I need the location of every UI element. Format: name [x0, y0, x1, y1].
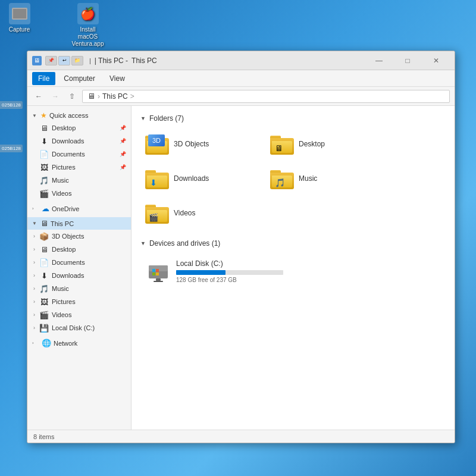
maximize-btn[interactable]: □	[394, 52, 421, 69]
onedrive-icon: ☁	[42, 204, 49, 213]
sidebar-thispc: ▼ 🖥 This PC › 📦 3D Objects › 🖥 Desktop	[27, 217, 131, 334]
svg-rect-7	[154, 281, 163, 282]
pin-btn[interactable]: 📌	[45, 56, 57, 65]
expand-music: ›	[33, 286, 35, 292]
menu-bar: File Computer View	[27, 70, 455, 87]
music-overlay: 🎵	[275, 178, 285, 187]
sidebar-item-documents[interactable]: 📄 Documents 📌	[27, 148, 131, 161]
menu-file[interactable]: File	[32, 72, 55, 85]
back-btn[interactable]: ←	[32, 90, 45, 103]
menu-computer[interactable]: Computer	[58, 72, 101, 85]
new-folder-btn[interactable]: 📁	[71, 56, 83, 65]
undo-btn[interactable]: ↩	[58, 56, 70, 65]
expand-pics: ›	[33, 299, 35, 305]
status-bar: 8 items	[27, 430, 455, 443]
onedrive-label: OneDrive	[52, 205, 79, 212]
expand-desktop: ›	[33, 246, 35, 252]
sidebar: ▼ ★ Quick access 🖥 Desktop 📌 ⬇ Downloads	[27, 106, 131, 430]
address-bar: ← → ⇧ 🖥 › This PC >	[27, 87, 455, 106]
pin-icon-3: 📌	[120, 151, 126, 157]
drive-info: Local Disk (C:) 128 GB free of 237 GB	[176, 259, 313, 283]
minimize-btn[interactable]: —	[365, 52, 393, 69]
sidebar-sub-3dobjects[interactable]: › 📦 3D Objects	[27, 230, 131, 243]
sidebar-item-music[interactable]: 🎵 Music	[27, 174, 131, 187]
sidebar-item-videos[interactable]: 🎬 Videos	[27, 187, 131, 200]
sidebar-onedrive: › ☁ OneDrive	[27, 202, 131, 215]
sidebar-quick-access: ▼ ★ Quick access 🖥 Desktop 📌 ⬇ Downloads	[27, 109, 131, 200]
videos-overlay: 🎬	[149, 213, 158, 222]
path-thispc: This PC	[102, 92, 128, 101]
drives-title: Devices and drives (1)	[149, 239, 220, 248]
drives-section-header[interactable]: ▼ Devices and drives (1)	[140, 239, 446, 248]
pictures-label: Pictures	[52, 164, 76, 171]
explorer-window: 🖥 📌 ↩ 📁 | | This PC - This PC — □ ✕ File…	[27, 51, 455, 443]
network-label: Network	[54, 340, 77, 347]
folder-music[interactable]: 🎵 Music	[265, 164, 384, 193]
sidebar-sub-desktop[interactable]: › 🖥 Desktop	[27, 243, 131, 256]
menu-view[interactable]: View	[104, 72, 131, 85]
svg-rect-4	[152, 273, 155, 275]
sidebar-item-desktop[interactable]: 🖥 Desktop 📌	[27, 121, 131, 134]
documents-label: Documents	[52, 151, 85, 158]
up-btn[interactable]: ⇧	[65, 90, 79, 103]
title-bar-icon: 🖥	[32, 56, 42, 65]
folder-downloads[interactable]: ⬇ Downloads	[140, 164, 259, 193]
thispc-label: This PC	[51, 220, 74, 227]
drive-bar-container	[176, 270, 283, 275]
sidebar-sub-localdisk[interactable]: › 💾 Local Disk (C:)	[27, 321, 131, 334]
address-path[interactable]: 🖥 › This PC >	[82, 90, 450, 103]
folder-3d-name: 3D Objects	[174, 140, 209, 148]
folder-desktop[interactable]: 🖥 Desktop	[265, 130, 384, 158]
pictures-icon: 🖼	[39, 162, 49, 172]
documents-icon: 📄	[39, 149, 49, 159]
sub-vids-icon: 🎬	[39, 310, 49, 320]
folder-downloads-icon: ⬇	[145, 168, 169, 189]
desktop-icon-capture[interactable]: Capture	[3, 3, 36, 33]
sub-pics-icon: 🖼	[39, 297, 49, 306]
pin-icon-2: 📌	[120, 138, 126, 144]
drive-space: 128 GB free of 237 GB	[176, 277, 313, 283]
file-area: ▼ Folders (7) 3D 3D Objects	[131, 106, 455, 430]
desktop-icon-macos[interactable]: 🍎 Install macOSVentura.app	[71, 3, 104, 48]
expand-docs: ›	[33, 259, 35, 265]
thispc-header[interactable]: ▼ 🖥 This PC	[27, 217, 131, 230]
svg-rect-6	[156, 278, 161, 281]
path-sep: >	[130, 92, 134, 101]
folder-videos[interactable]: 🎬 Videos	[140, 199, 259, 227]
music-label: Music	[52, 177, 69, 184]
title-bar: 🖥 📌 ↩ 📁 | | This PC - This PC — □ ✕	[27, 51, 455, 70]
folder-3dobjects[interactable]: 3D 3D Objects	[140, 130, 259, 158]
sidebar-sub-music[interactable]: › 🎵 Music	[27, 282, 131, 295]
sidebar-item-pictures[interactable]: 🖼 Pictures 📌	[27, 161, 131, 174]
path-chevron: ›	[98, 92, 100, 101]
folders-section-header[interactable]: ▼ Folders (7)	[140, 114, 446, 123]
pc-chevron: ▼	[32, 221, 38, 226]
sidebar-sub-videos[interactable]: › 🎬 Videos	[27, 308, 131, 321]
folder-videos-icon: 🎬	[145, 202, 169, 224]
expand-3d: ›	[33, 233, 35, 239]
sidebar-sub-documents[interactable]: › 📄 Documents	[27, 256, 131, 269]
onedrive-header[interactable]: › ☁ OneDrive	[27, 202, 131, 215]
drive-localdisk[interactable]: Local Disk (C:) 128 GB free of 237 GB	[140, 255, 319, 288]
pin-icon-4: 📌	[120, 164, 126, 170]
3d-icon: 📦	[39, 231, 49, 241]
expand-dl: ›	[33, 273, 35, 278]
sidebar-sub-pictures[interactable]: › 🖼 Pictures	[27, 295, 131, 308]
desktop-overlay: 🖥	[275, 143, 283, 153]
quick-access-header[interactable]: ▼ ★ Quick access	[27, 109, 131, 121]
folders-chevron: ▼	[140, 115, 146, 121]
desktop-label: Desktop	[52, 124, 76, 131]
sidebar-network: › 🌐 Network	[27, 337, 131, 349]
window-title: | This PC -	[95, 57, 128, 65]
sidebar-item-downloads[interactable]: ⬇ Downloads 📌	[27, 134, 131, 148]
svg-rect-5	[156, 273, 159, 275]
folder-music-name: Music	[299, 174, 317, 183]
sub-desktop-label: Desktop	[52, 246, 76, 253]
close-btn[interactable]: ✕	[422, 52, 450, 69]
network-header[interactable]: › 🌐 Network	[27, 337, 131, 349]
expand-disk: ›	[33, 325, 35, 331]
folder-music-icon: 🎵	[270, 168, 294, 189]
sub-disk-label: Local Disk (C:)	[52, 324, 95, 331]
expand-vids: ›	[33, 312, 35, 318]
sidebar-sub-downloads[interactable]: › ⬇ Downloads	[27, 269, 131, 282]
